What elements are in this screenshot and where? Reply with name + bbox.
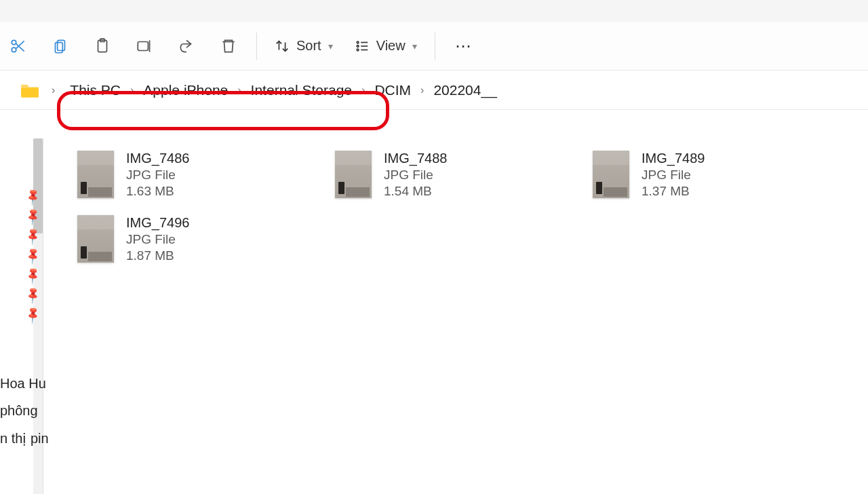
file-type: JPG File	[642, 168, 705, 183]
file-name: IMG_7486	[126, 151, 189, 166]
breadcrumb-item[interactable]: DCIM	[369, 81, 416, 100]
chevron-down-icon: ▾	[328, 41, 333, 52]
thumbnail	[335, 151, 372, 198]
divider	[435, 33, 435, 60]
thumbnail	[77, 151, 114, 198]
file-size: 1.63 MB	[126, 184, 189, 199]
delete-button[interactable]	[210, 28, 247, 64]
sidebar-item-label[interactable]: n thị pin	[0, 430, 49, 446]
file-list: IMG_7486 JPG File 1.63 MB IMG_7488 JPG F…	[43, 138, 868, 494]
divider	[256, 33, 257, 60]
file-name: IMG_7489	[642, 151, 705, 166]
file-name: IMG_7488	[384, 151, 447, 166]
file-name: IMG_7496	[126, 215, 189, 231]
more-icon: ⋯	[455, 37, 471, 56]
svg-rect-8	[138, 41, 148, 50]
trash-icon	[220, 37, 237, 55]
svg-rect-4	[58, 40, 65, 50]
folder-icon	[20, 82, 39, 98]
view-button[interactable]: View ▾	[347, 28, 425, 64]
addressbar[interactable]: › This PC › Apple iPhone › Internal Stor…	[0, 71, 868, 110]
toolbar: Sort ▾ View ▾ ⋯	[0, 22, 868, 71]
breadcrumb-current[interactable]: 202204__	[428, 81, 502, 100]
thumbnail	[593, 151, 629, 198]
svg-point-10	[357, 41, 359, 43]
breadcrumb-item[interactable]: Internal Storage	[245, 81, 357, 100]
file-item[interactable]: IMG_7486 JPG File 1.63 MB	[77, 151, 321, 199]
thumbnail	[77, 215, 114, 263]
file-size: 1.54 MB	[384, 184, 447, 199]
more-button[interactable]: ⋯	[445, 28, 481, 64]
scissors-icon	[9, 37, 27, 55]
main-area: 📌 📌 📌 📌 📌 📌 📌 Hoa Hu phông n thị pin IMG…	[0, 138, 868, 494]
file-type: JPG File	[384, 168, 447, 183]
file-item[interactable]: IMG_7489 JPG File 1.37 MB	[593, 151, 837, 199]
chevron-right-icon: ›	[126, 84, 138, 96]
paste-button[interactable]	[84, 28, 121, 64]
copy-icon	[52, 37, 69, 55]
chevron-right-icon: ›	[233, 84, 245, 96]
breadcrumb-item[interactable]: This PC	[64, 81, 126, 100]
breadcrumb: This PC › Apple iPhone › Internal Storag…	[64, 81, 502, 100]
sidebar-item-label[interactable]: Hoa Hu	[0, 376, 46, 392]
sort-icon	[275, 39, 290, 54]
cut-button[interactable]	[0, 28, 37, 64]
clipboard-icon	[94, 37, 111, 55]
sort-label: Sort	[296, 38, 321, 54]
rename-button[interactable]	[126, 28, 163, 64]
sort-button[interactable]: Sort ▾	[267, 28, 341, 64]
view-label: View	[376, 38, 406, 54]
chevron-right-icon: ›	[416, 84, 428, 96]
file-item[interactable]: IMG_7496 JPG File 1.87 MB	[77, 215, 321, 263]
sidebar-item-label[interactable]: phông	[0, 403, 38, 419]
view-icon	[355, 39, 370, 54]
chevron-down-icon: ▾	[412, 41, 417, 52]
breadcrumb-item[interactable]: Apple iPhone	[138, 81, 233, 100]
chevron-right-icon: ›	[357, 84, 369, 96]
chevron-right-icon: ›	[47, 84, 59, 96]
file-item[interactable]: IMG_7488 JPG File 1.54 MB	[335, 151, 579, 199]
svg-point-12	[357, 45, 359, 47]
file-size: 1.87 MB	[126, 248, 189, 263]
file-type: JPG File	[126, 232, 189, 247]
svg-rect-5	[55, 42, 62, 52]
share-button[interactable]	[168, 28, 205, 64]
nav-sidebar: 📌 📌 📌 📌 📌 📌 📌 Hoa Hu phông n thị pin	[0, 138, 43, 494]
svg-point-14	[357, 49, 359, 51]
rename-icon	[136, 37, 153, 55]
file-type: JPG File	[126, 168, 189, 183]
titlebar	[0, 0, 868, 22]
share-icon	[178, 37, 195, 55]
copy-button[interactable]	[42, 28, 79, 64]
file-size: 1.37 MB	[642, 184, 705, 199]
